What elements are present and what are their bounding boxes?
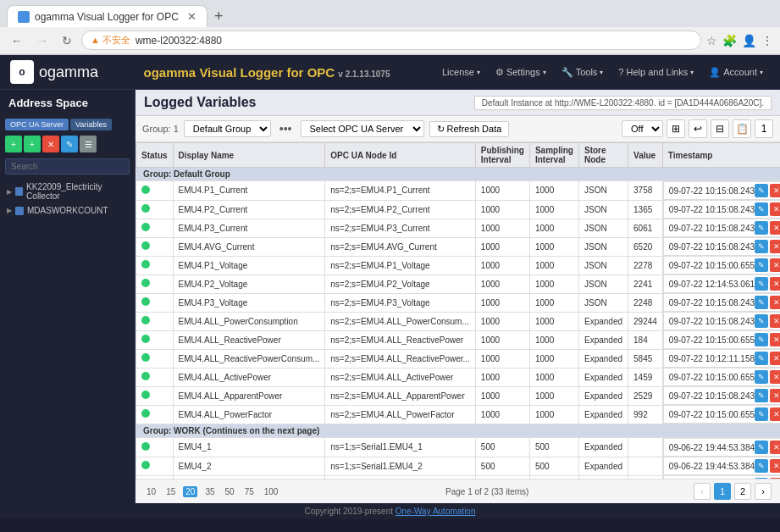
row-edit-btn[interactable]: ✎ — [755, 296, 768, 309]
status-select[interactable]: Off — [622, 120, 663, 137]
page-size-20[interactable]: 20 — [183, 486, 197, 497]
row-edit-btn[interactable]: ✎ — [755, 258, 768, 272]
table-row[interactable]: EMU4.P1_Current ns=2;s=EMU4.P1_Current 1… — [136, 181, 781, 201]
security-warning: ▲ 不安全 — [91, 34, 130, 47]
row-delete-btn[interactable]: ✕ — [770, 184, 780, 197]
row-delete-btn[interactable]: ✕ — [770, 389, 780, 402]
toolbar-dots-btn[interactable]: ••• — [276, 120, 296, 137]
sidebar-search-input[interactable] — [5, 158, 130, 175]
nav-license[interactable]: License ▾ — [435, 64, 487, 80]
table-row[interactable]: EMU4.ALL_PowerFactor ns=2;s=EMU4.ALL_Pow… — [136, 405, 781, 424]
row-delete-btn[interactable]: ✕ — [770, 352, 780, 365]
toolbar-page-num[interactable]: 1 — [755, 119, 773, 138]
toolbar-icon-btn-2[interactable]: ↩ — [689, 119, 707, 138]
group-select[interactable]: Default Group — [184, 120, 271, 137]
row-edit-btn[interactable]: ✎ — [755, 314, 768, 328]
sidebar-remove-btn[interactable]: ✕ — [42, 136, 59, 152]
page-size-100[interactable]: 100 — [262, 486, 281, 497]
cell-display-name: EMU4.P2_Voltage — [173, 274, 325, 293]
page-size-75[interactable]: 75 — [242, 486, 257, 497]
row-delete-btn[interactable]: ✕ — [770, 277, 780, 291]
tree-item-mdasworkcount[interactable]: ▶ MDASWORKCOUNT — [0, 203, 135, 218]
profile-button[interactable]: 👤 — [742, 34, 756, 47]
tab-close-button[interactable]: ✕ — [187, 10, 196, 23]
row-edit-btn[interactable]: ✎ — [755, 370, 768, 384]
reload-button[interactable]: ↻ — [58, 32, 76, 49]
table-row[interactable]: EMU4.ALL_PowerConsumption ns=2;s=EMU4.AL… — [136, 312, 781, 330]
row-edit-btn[interactable]: ✎ — [755, 184, 768, 197]
sidebar-tab-variables[interactable]: Variables — [70, 119, 112, 130]
table-row[interactable]: EMU4.ALL_ActivePower ns=2;s=EMU4.ALL_Act… — [136, 368, 781, 386]
row-delete-btn[interactable]: ✕ — [770, 333, 780, 346]
row-edit-btn[interactable]: ✎ — [755, 389, 768, 402]
table-row[interactable]: EMU4.ALL_ReactivePower ns=2;s=EMU4.ALL_R… — [136, 330, 781, 349]
toolbar-icon-btn-4[interactable]: 📋 — [733, 119, 751, 138]
nav-account[interactable]: 👤 Account ▾ — [702, 64, 770, 80]
toolbar-icon-btn-3[interactable]: ⊟ — [711, 119, 729, 138]
row-delete-btn[interactable]: ✕ — [770, 240, 780, 253]
row-edit-btn[interactable]: ✎ — [755, 240, 768, 253]
cell-sampling: 1000 — [529, 181, 578, 201]
row-edit-btn[interactable]: ✎ — [755, 407, 768, 421]
new-tab-button[interactable]: + — [207, 8, 230, 25]
row-edit-btn[interactable]: ✎ — [755, 333, 768, 346]
page-2-btn[interactable]: 2 — [734, 483, 751, 500]
sidebar-add-btn[interactable]: + — [5, 136, 22, 152]
table-row[interactable]: EMU4.P1_Voltage ns=2;s=EMU4.P1_Voltage 1… — [136, 256, 781, 274]
row-delete-btn[interactable]: ✕ — [770, 441, 780, 454]
page-size-35[interactable]: 35 — [202, 486, 217, 497]
sidebar-edit-btn[interactable]: ✎ — [61, 136, 78, 152]
opc-server-select[interactable]: Select OPC UA Server — [301, 120, 424, 137]
row-delete-btn[interactable]: ✕ — [770, 258, 780, 272]
forward-button[interactable]: → — [32, 32, 53, 49]
menu-button[interactable]: ⋮ — [761, 34, 773, 47]
table-row[interactable]: EMU4.P2_Current ns=2;s=EMU4.P2_Current 1… — [136, 200, 781, 219]
table-row[interactable]: EMU4.AVG_Current ns=2;s=EMU4.AVG_Current… — [136, 237, 781, 256]
extensions-button[interactable]: 🧩 — [722, 34, 737, 47]
row-edit-btn[interactable]: ✎ — [755, 459, 768, 473]
sidebar-menu-btn[interactable]: ☰ — [80, 136, 97, 152]
table-row[interactable]: EMU4.ALL_ApparentPower ns=2;s=EMU4.ALL_A… — [136, 386, 781, 405]
table-row[interactable]: EMU4.P3_Current ns=2;s=EMU4.P3_Current 1… — [136, 219, 781, 237]
prev-page-btn[interactable]: ‹ — [694, 483, 711, 500]
row-edit-btn[interactable]: ✎ — [755, 277, 768, 291]
refresh-button[interactable]: ↻ Refresh Data — [429, 121, 510, 137]
nav-settings[interactable]: ⚙ Settings ▾ — [489, 64, 553, 80]
row-edit-btn[interactable]: ✎ — [755, 441, 768, 454]
browser-tab[interactable]: ogamma Visual Logger for OPC ✕ — [7, 5, 207, 27]
row-edit-btn[interactable]: ✎ — [755, 202, 768, 216]
row-edit-btn[interactable]: ✎ — [755, 221, 768, 235]
row-delete-btn[interactable]: ✕ — [770, 459, 780, 473]
next-page-btn[interactable]: › — [755, 483, 772, 500]
table-row[interactable]: EMU4.P2_Voltage ns=2;s=EMU4.P2_Voltage 1… — [136, 274, 781, 293]
cell-status — [136, 349, 174, 368]
brand-name: ogamma — [39, 64, 98, 81]
table-row[interactable]: EMU4_1 ns=1;s=Serial1.EMU4_1 500 500 Exp… — [136, 438, 781, 457]
cell-node-id: ns=2;s=EMU4.P1_Voltage — [325, 256, 476, 274]
row-delete-btn[interactable]: ✕ — [770, 202, 780, 216]
sidebar-add2-btn[interactable]: + — [24, 136, 41, 152]
page-1-btn[interactable]: 1 — [714, 483, 731, 500]
app-footer: Copyright 2019-present One-Way Automatio… — [0, 503, 780, 519]
table-row[interactable]: EMU4.ALL_ReactivePowerConsum... ns=2;s=E… — [136, 349, 781, 368]
address-bar[interactable]: ▲ 不安全 wme-l200322:4880 — [81, 30, 701, 50]
page-size-50[interactable]: 50 — [223, 486, 237, 497]
bookmark-button[interactable]: ☆ — [706, 34, 717, 47]
table-row[interactable]: EMU4.P3_Voltage ns=2;s=EMU4.P3_Voltage 1… — [136, 293, 781, 312]
nav-help[interactable]: ? Help and Links ▾ — [611, 64, 700, 80]
page-size-10[interactable]: 10 — [144, 486, 158, 497]
back-button[interactable]: ← — [7, 32, 27, 49]
toolbar-icon-btn-1[interactable]: ⊞ — [667, 119, 685, 138]
tree-item-kk22009[interactable]: ▶ KK22009_Electricity Collector — [0, 180, 135, 203]
nav-tools[interactable]: 🔧 Tools ▾ — [555, 64, 611, 80]
sidebar-tab-opc-ua[interactable]: OPC UA Server — [5, 119, 69, 130]
row-edit-btn[interactable]: ✎ — [755, 352, 768, 365]
table-row[interactable]: EMU4_2 ns=1;s=Serial1.EMU4_2 500 500 Exp… — [136, 457, 781, 475]
row-delete-btn[interactable]: ✕ — [770, 221, 780, 235]
row-delete-btn[interactable]: ✕ — [770, 314, 780, 328]
row-delete-btn[interactable]: ✕ — [770, 407, 780, 421]
row-delete-btn[interactable]: ✕ — [770, 370, 780, 384]
page-size-15[interactable]: 15 — [163, 486, 178, 497]
footer-link[interactable]: One-Way Automation — [396, 507, 476, 516]
row-delete-btn[interactable]: ✕ — [770, 296, 780, 309]
